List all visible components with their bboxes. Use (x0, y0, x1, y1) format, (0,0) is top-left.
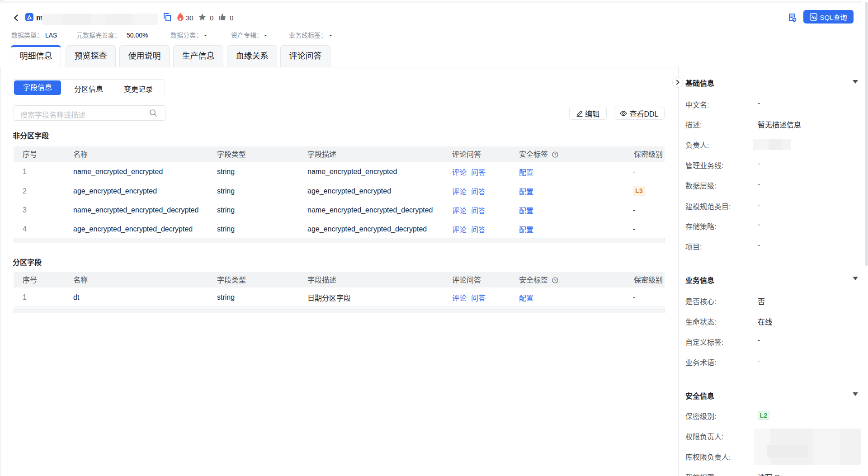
svg-text:?: ? (554, 278, 556, 283)
svg-text:?: ? (554, 152, 556, 157)
